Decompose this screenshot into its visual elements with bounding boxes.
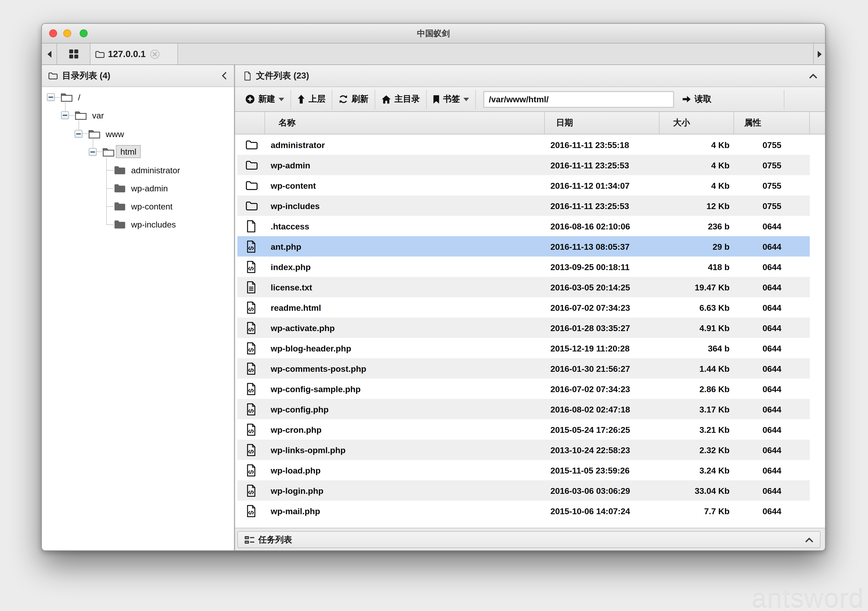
table-row-wp-blog-header-php[interactable]: wp-blog-header.php 2015-12-19 11:20:28 3… <box>237 338 810 358</box>
home-icon <box>381 95 391 104</box>
column-date[interactable]: 日期 <box>545 112 659 134</box>
table-row-wp-config-php[interactable]: wp-config.php 2016-08-02 02:47:18 3.17 K… <box>237 399 810 419</box>
path-input[interactable] <box>483 91 674 108</box>
zoom-window-button[interactable] <box>80 29 88 37</box>
tab-127-0-0-1[interactable]: 127.0.0.1 <box>90 43 178 64</box>
window-title: 中国蚁剑 <box>417 28 450 39</box>
tree-collapse-box[interactable] <box>61 111 69 119</box>
tree-item-wp-includes[interactable]: wp-includes <box>131 220 176 229</box>
minimize-window-button[interactable] <box>63 29 71 37</box>
tree-item-var[interactable]: var <box>92 110 104 120</box>
close-window-button[interactable] <box>49 29 57 37</box>
grid-icon <box>69 49 78 59</box>
blank-file-icon <box>246 220 257 233</box>
folder-icon <box>245 160 257 170</box>
file-panel-title: 文件列表 (23) <box>256 70 309 82</box>
file-table-body: administrator 2016-11-11 23:55:18 4 Kb 0… <box>235 135 825 528</box>
caret-down-icon <box>463 98 469 101</box>
code-file-icon <box>246 504 257 517</box>
code-file-icon <box>246 342 257 355</box>
arrow-up-icon <box>297 95 305 104</box>
tree-collapse-box[interactable] <box>74 130 82 138</box>
tree-item-www[interactable]: www <box>106 129 124 139</box>
table-row-wp-activate-php[interactable]: wp-activate.php 2016-01-28 03:35:27 4.91… <box>237 318 810 338</box>
bookmark-icon <box>433 95 440 104</box>
table-row-ant-php-selected[interactable]: ant.php 2016-11-13 08:05:37 29 b 0644 <box>237 236 810 256</box>
folder-icon <box>245 201 257 211</box>
tree-collapse-box[interactable] <box>89 148 97 156</box>
refresh-button[interactable]: 刷新 <box>338 94 369 104</box>
new-button[interactable]: 新建 <box>245 94 284 104</box>
file-icon <box>243 71 251 81</box>
bookmark-button[interactable]: 书签 <box>433 94 469 104</box>
folder-open-icon <box>74 110 87 120</box>
table-row-htaccess[interactable]: .htaccess 2016-08-16 02:10:06 236 b 0644 <box>237 216 810 236</box>
column-size[interactable]: 大小 <box>659 112 734 134</box>
table-row-wp-config-sample-php[interactable]: wp-config-sample.php 2016-07-02 07:34:23… <box>237 378 810 399</box>
table-row-index-php[interactable]: index.php 2013-09-25 00:18:11 418 b 0644 <box>237 256 810 277</box>
directory-panel-title: 目录列表 (4) <box>62 70 110 82</box>
folder-icon <box>245 140 257 150</box>
triangle-left-icon <box>47 51 52 57</box>
column-name[interactable]: 名称 <box>265 112 545 134</box>
table-row-administrator[interactable]: administrator 2016-11-11 23:55:18 4 Kb 0… <box>237 135 810 155</box>
task-panel-area: 任务列表 <box>235 528 825 551</box>
arrow-right-icon <box>682 96 691 103</box>
table-row-wp-comments-post-php[interactable]: wp-comments-post.php 2016-01-30 21:56:27… <box>237 358 810 378</box>
triangle-right-icon <box>817 51 822 57</box>
code-file-icon <box>246 382 257 395</box>
task-panel-bar[interactable]: 任务列表 <box>237 531 820 548</box>
table-row-wp-mail-php[interactable]: wp-mail.php 2015-10-06 14:07:24 7.7 Kb 0… <box>237 501 810 521</box>
code-file-icon <box>246 362 257 375</box>
code-file-icon <box>246 403 257 416</box>
watermark: antsword <box>752 583 864 611</box>
collapse-panel-icon[interactable] <box>805 537 813 542</box>
tab-overview-button[interactable] <box>56 43 90 64</box>
desktop: 中国蚁剑 127.0.0.1 <box>0 0 868 611</box>
column-icon[interactable] <box>237 112 265 134</box>
tabs-scroll-left-button[interactable] <box>42 43 56 64</box>
read-button[interactable]: 读取 <box>682 94 711 104</box>
task-panel-title: 任务列表 <box>258 534 292 545</box>
folder-icon <box>113 165 126 175</box>
directory-panel-header: 目录列表 (4) <box>42 65 234 87</box>
tree-item-html-selected[interactable]: html <box>116 145 141 158</box>
tabs-scroll-right-button[interactable] <box>813 43 825 64</box>
collapse-panel-icon[interactable] <box>809 73 817 78</box>
refresh-icon <box>338 95 348 104</box>
folder-icon <box>113 201 126 211</box>
code-file-icon <box>246 321 257 334</box>
table-row-wp-load-php[interactable]: wp-load.php 2015-11-05 23:59:26 3.24 Kb … <box>237 460 810 480</box>
table-row-wp-login-php[interactable]: wp-login.php 2016-03-06 03:06:29 33.04 K… <box>237 480 810 501</box>
home-dir-button[interactable]: 主目录 <box>381 94 420 104</box>
table-row-wp-content[interactable]: wp-content 2016-11-12 01:34:07 4 Kb 0755 <box>237 175 810 195</box>
tree-item-wp-content[interactable]: wp-content <box>131 202 172 211</box>
folder-icon <box>95 50 105 58</box>
close-tab-icon[interactable] <box>150 49 160 59</box>
table-row-wp-cron-php[interactable]: wp-cron.php 2015-05-24 17:26:25 3.21 Kb … <box>237 419 810 440</box>
table-row-wp-includes[interactable]: wp-includes 2016-11-11 23:25:53 12 Kb 07… <box>237 195 810 216</box>
table-row-readme-html[interactable]: readme.html 2016-07-02 07:34:23 6.63 Kb … <box>237 297 810 318</box>
parent-dir-button[interactable]: 上层 <box>297 94 326 104</box>
table-row-wp-links-opml-php[interactable]: wp-links-opml.php 2013-10-24 22:58:23 2.… <box>237 440 810 460</box>
code-file-icon <box>246 240 257 253</box>
collapse-panel-icon[interactable] <box>222 72 226 80</box>
tree-item-administrator[interactable]: administrator <box>131 165 180 175</box>
plus-circle-icon <box>245 95 255 104</box>
code-file-icon <box>246 464 257 477</box>
code-file-icon <box>246 301 257 314</box>
file-panel: 文件列表 (23) 新建 <box>235 65 825 551</box>
tree-item-root[interactable]: / <box>78 93 81 102</box>
code-file-icon <box>246 423 257 436</box>
file-panel-header: 文件列表 (23) <box>235 65 825 87</box>
column-attr[interactable]: 属性 <box>734 112 810 134</box>
caret-down-icon <box>279 98 284 101</box>
table-row-wp-admin[interactable]: wp-admin 2016-11-11 23:25:53 4 Kb 0755 <box>237 155 810 175</box>
tree-collapse-box[interactable] <box>47 93 55 101</box>
table-row-license-txt[interactable]: license.txt 2016-03-05 20:14:25 19.47 Kb… <box>237 277 810 297</box>
code-file-icon <box>246 444 257 456</box>
folder-icon <box>113 183 126 193</box>
text-file-icon <box>246 281 257 294</box>
folder-icon <box>245 180 257 191</box>
tree-item-wp-admin[interactable]: wp-admin <box>131 183 168 193</box>
